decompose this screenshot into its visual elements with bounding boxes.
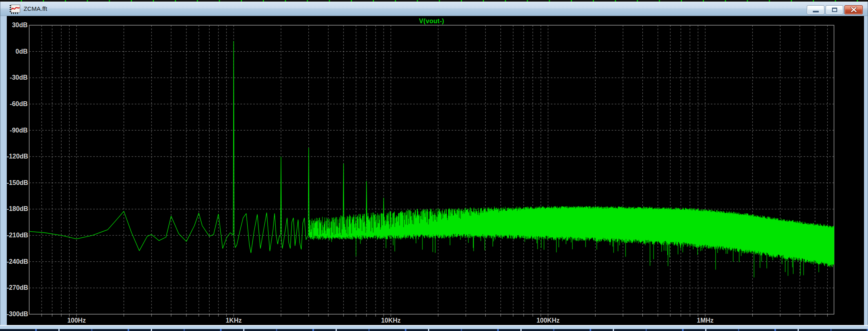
window-title: ZCMA.fft — [24, 2, 47, 16]
waveform-plot-icon[interactable] — [9, 4, 20, 14]
fft-plot-window: ZCMA.fft V(vout-) 30dB0dB-30dB-60dB-90dB… — [0, 0, 868, 331]
y-axis-tick-label: -270dB — [7, 284, 28, 292]
y-axis-tick-label: -240dB — [7, 258, 28, 266]
x-axis-tick-label: 100KHz — [536, 317, 560, 324]
maximize-button[interactable] — [826, 5, 843, 14]
minimize-button[interactable] — [807, 5, 824, 14]
y-axis-tick-label: -30dB — [7, 74, 28, 82]
y-axis-tick-label: -180dB — [7, 205, 28, 213]
window-frame-bottom — [0, 325, 868, 329]
x-axis-tick-label: 100Hz — [67, 317, 86, 324]
trace-legend[interactable]: V(vout-) — [419, 18, 444, 25]
x-axis-tick-label: 1KHz — [226, 317, 242, 324]
y-axis-tick-label: 30dB — [7, 21, 28, 29]
window-controls — [807, 5, 863, 14]
y-axis-tick-label: -90dB — [7, 126, 28, 134]
close-button[interactable] — [844, 5, 863, 14]
maximize-icon — [832, 8, 837, 12]
y-axis-tick-label: -300dB — [7, 310, 28, 318]
y-axis-tick-label: -150dB — [7, 179, 28, 187]
background-window-edge-bottom — [0, 329, 868, 331]
y-axis-tick-label: -60dB — [7, 100, 28, 108]
plot-client-area: V(vout-) 30dB0dB-30dB-60dB-90dB-120dB-15… — [7, 16, 864, 325]
titlebar[interactable]: ZCMA.fft — [0, 2, 868, 16]
close-icon — [850, 7, 857, 13]
minimize-icon — [813, 11, 819, 12]
fft-plot-canvas[interactable] — [7, 16, 864, 325]
x-axis-tick-label: 1MHz — [697, 317, 714, 324]
y-axis-tick-label: -210dB — [7, 231, 28, 239]
y-axis-tick-label: 0dB — [7, 48, 28, 56]
y-axis-tick-label: -120dB — [7, 152, 28, 160]
x-axis-tick-label: 10KHz — [381, 317, 401, 324]
